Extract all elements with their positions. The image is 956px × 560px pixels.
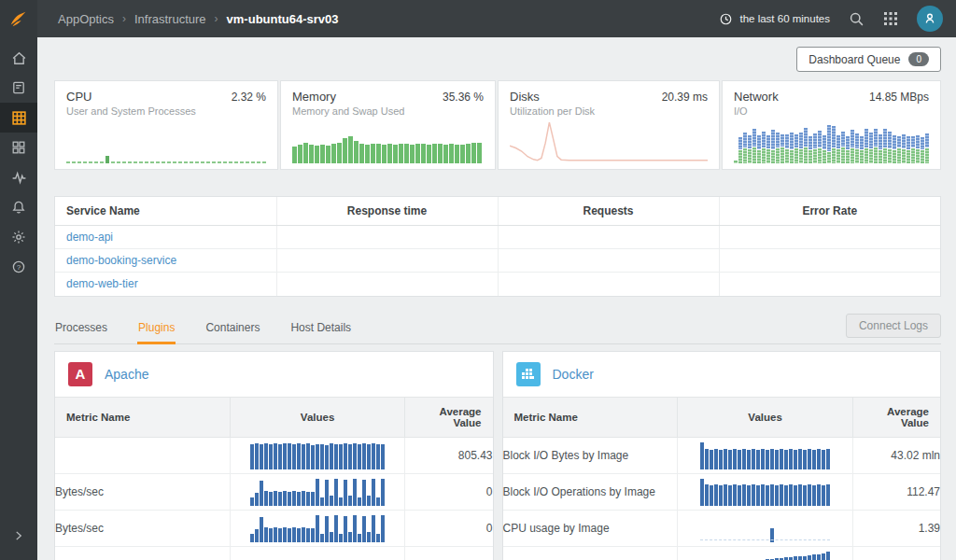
table-row: CPU usage by Image 1.39 (503, 510, 941, 546)
apache-row1-sparkline (250, 441, 385, 469)
sidebar-item-help[interactable]: ? (0, 252, 37, 282)
breadcrumb-separator: › (122, 12, 126, 25)
table-row: Image Breakdown 93.35 bln (503, 546, 941, 560)
col-average-value: Average Value (852, 397, 940, 437)
cell-requests (498, 249, 719, 273)
apache-panel-header: A Apache (55, 352, 493, 397)
tab-processes[interactable]: Processes (54, 315, 108, 344)
apache-row3-sparkline (250, 514, 385, 542)
clock-icon (719, 12, 733, 26)
plugin-table-header-row: Metric Name Values Average Value (503, 397, 941, 437)
average-value: 43.02 mln (852, 437, 940, 473)
breadcrumb-infrastructure[interactable]: Infrastructure (134, 12, 206, 26)
help-icon: ? (11, 259, 26, 274)
sidebar-nav: ? (0, 37, 37, 560)
metric-card-cpu[interactable]: CPU 2.32 % User and System Processes (54, 80, 278, 170)
memory-sparkline (292, 132, 482, 163)
cell-requests (498, 226, 719, 249)
tabs-bar: Processes Plugins Containers Host Detail… (54, 314, 941, 344)
table-row: 805.43 (55, 437, 493, 473)
col-response-time: Response time (276, 197, 498, 226)
card-subtitle: Memory and Swap Used (292, 105, 484, 117)
card-header: CPU 2.32 % (66, 90, 266, 104)
services-table: Service Name Response time Requests Erro… (54, 196, 941, 297)
docker-panel-header: Docker (503, 352, 941, 397)
grid-table-icon (11, 110, 27, 126)
average-value: 805.43 (405, 437, 493, 473)
tab-containers[interactable]: Containers (204, 315, 260, 344)
apache-panel: A Apache Metric Name Values Average Valu… (54, 351, 494, 560)
time-range-label: the last 60 minutes (739, 13, 830, 24)
card-subtitle: User and System Processes (66, 105, 266, 117)
connect-logs-button[interactable]: Connect Logs (846, 314, 941, 338)
sidebar-item-home[interactable] (0, 43, 37, 73)
sidebar-item-dashboards[interactable] (0, 133, 37, 162)
breadcrumb-appoptics[interactable]: AppOptics (58, 12, 114, 26)
average-value: 93.35 bln (852, 546, 940, 560)
metric-name: Bytes/sec (55, 473, 230, 510)
sidebar-item-metrics[interactable] (0, 162, 37, 192)
metric-card-disks[interactable]: Disks 20.39 ms Utilization per Disk (498, 80, 720, 170)
metric-card-memory[interactable]: Memory 35.36 % Memory and Swap Used (280, 80, 496, 170)
docker-panel: Docker Metric Name Values Average Value … (502, 351, 942, 560)
card-header: Memory 35.36 % (292, 90, 484, 104)
service-link-demo-web-tier[interactable]: demo-web-tier (66, 277, 138, 290)
metric-card-network[interactable]: Network 14.85 MBps I/O (722, 80, 941, 170)
disks-sparkline (510, 119, 708, 163)
cell-requests (498, 273, 719, 296)
main-content: Dashboard Queue 0 CPU 2.32 % User and Sy… (37, 37, 956, 560)
col-values: Values (230, 397, 404, 437)
search-icon[interactable] (849, 11, 865, 27)
table-row: Bytes/sec 0 (55, 473, 493, 510)
tab-plugins[interactable]: Plugins (137, 315, 176, 344)
col-error-rate: Error Rate (719, 197, 940, 226)
metric-name: Block I/O Operations by Image (503, 473, 678, 510)
services-header-row: Service Name Response time Requests Erro… (55, 197, 940, 226)
dashboard-queue-button[interactable]: Dashboard Queue 0 (796, 47, 941, 72)
topbar-right: the last 60 minutes (719, 6, 956, 32)
plugin-panels-row: A Apache Metric Name Values Average Valu… (54, 351, 941, 560)
card-header: Disks 20.39 ms (510, 90, 708, 104)
sidebar-item-settings[interactable] (0, 222, 37, 252)
home-icon (11, 50, 27, 66)
average-value: 0 (405, 473, 493, 510)
col-average-value: Average Value (405, 397, 493, 437)
apache-plugin-link[interactable]: Apache (105, 367, 148, 382)
average-value: 0 (405, 546, 493, 560)
docker-row1-sparkline (700, 441, 830, 469)
metric-name (55, 437, 230, 473)
service-link-demo-booking-service[interactable]: demo-booking-service (66, 254, 176, 267)
col-service-name: Service Name (55, 197, 276, 226)
person-icon (922, 11, 937, 26)
apache-row2-sparkline (250, 478, 385, 506)
sidebar-item-alerts[interactable] (0, 192, 37, 222)
docker-plugin-link[interactable]: Docker (553, 367, 594, 382)
tab-host-details[interactable]: Host Details (289, 315, 352, 344)
card-header: Network 14.85 MBps (734, 90, 929, 104)
metric-name: CPU usage by Image (503, 510, 678, 546)
table-row: demo-api (55, 226, 940, 249)
metric-name: Bytes/sec (55, 510, 230, 546)
sidebar-item-reports[interactable] (0, 73, 37, 103)
breadcrumb-current-host: vm-ubuntu64-srv03 (227, 12, 339, 26)
apache-row4-sparkline (250, 551, 386, 560)
metric-cards-row: CPU 2.32 % User and System Processes Mem… (54, 80, 941, 170)
dashboard-queue-label: Dashboard Queue (808, 53, 900, 66)
table-row: demo-booking-service (55, 249, 940, 273)
time-range-picker[interactable]: the last 60 minutes (719, 12, 830, 26)
col-metric-name: Metric Name (55, 397, 230, 437)
apps-grid-icon[interactable] (883, 11, 898, 26)
service-link-demo-api[interactable]: demo-api (66, 231, 113, 244)
dashboard-queue-count-badge: 0 (908, 52, 929, 66)
sidebar-collapse-toggle[interactable] (0, 521, 37, 551)
average-value: 1.39 (852, 510, 940, 546)
user-avatar[interactable] (917, 6, 943, 32)
docker-glyph (520, 366, 537, 383)
solarwinds-logo[interactable] (0, 0, 37, 37)
document-icon (11, 80, 26, 95)
cell-response-time (276, 249, 498, 273)
docker-icon (516, 362, 541, 386)
table-row: demo-web-tier (55, 273, 940, 296)
sidebar-item-infrastructure[interactable] (0, 103, 37, 133)
network-sparkline (734, 120, 929, 163)
